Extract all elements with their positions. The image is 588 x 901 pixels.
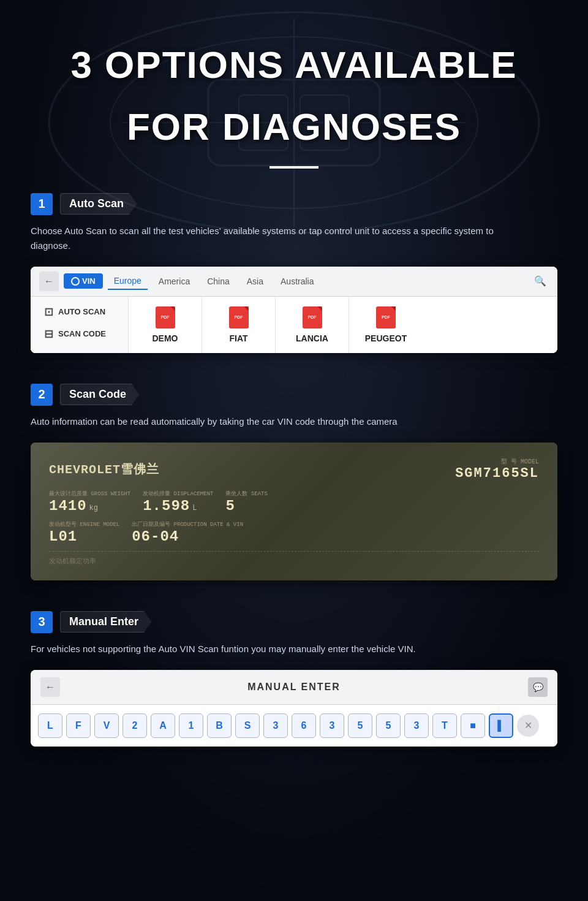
vin-char-0[interactable]: L — [38, 713, 62, 738]
peugeot-brand-name: PEUGEOT — [365, 333, 407, 343]
vin-char-11[interactable]: 5 — [348, 713, 372, 738]
vin-char-1[interactable]: F — [66, 713, 91, 738]
plate-prod-value: 06-04 — [132, 528, 243, 545]
scan-code-menu-item[interactable]: ⊟ SCAN CODE — [40, 325, 118, 343]
section2-label: Scan Code — [60, 384, 139, 405]
peugeot-pdf-icon: PDF — [376, 306, 396, 329]
tab-america[interactable]: America — [153, 273, 196, 289]
plate-engine-model-value: L01 — [49, 528, 119, 545]
vin-char-7[interactable]: S — [235, 713, 260, 738]
vin-plate-container: CHEVROLET雪佛兰 型 号 MODEL SGM7165SL 最大设计总质量… — [31, 443, 557, 580]
vin-char-3[interactable]: 2 — [123, 713, 147, 738]
section3-header: 3 Manual Enter — [31, 611, 557, 633]
brand-lancia[interactable]: PDF LANCIA — [276, 297, 349, 353]
vin-content-row: ⊡ AUTO SCAN ⊟ SCAN CODE PDF DEMO PDF FIA… — [31, 297, 557, 353]
manual-enter-title: MANUAL ENTER — [60, 682, 528, 693]
plate-seats-label: 乘坐人数 SEATS — [225, 490, 267, 498]
manual-enter-card: ← MANUAL ENTER 💬 LFV2A1BS363553T■▌✕ — [31, 670, 557, 747]
plate-prod-label: 出厂日期及编号 PRODUCTION DATE & VIN — [132, 520, 243, 528]
manual-back-button[interactable]: ← — [40, 677, 60, 697]
plate-weight-value: 1410 — [49, 498, 87, 514]
fiat-pdf-icon: PDF — [229, 306, 249, 329]
section2-header: 2 Scan Code — [31, 384, 557, 406]
vin-char-13[interactable]: 3 — [404, 713, 429, 738]
plate-weight-field: 最大设计总质量 GROSS WEIGHT 1410 kg — [49, 490, 130, 514]
plate-row-1: 最大设计总质量 GROSS WEIGHT 1410 kg 发动机排量 DISPL… — [49, 490, 539, 514]
vin-char-15[interactable]: ■ — [461, 713, 485, 738]
vin-char-9[interactable]: 6 — [292, 713, 316, 738]
vin-back-button[interactable]: ← — [39, 272, 59, 291]
page-title-line1: 3 OPTIONS AVAILABLE — [31, 31, 557, 93]
plate-model-label: 型 号 MODEL — [501, 457, 539, 466]
vin-tab-bar: ← VIN Europe America China Asia Australi… — [31, 267, 557, 297]
tab-asia[interactable]: Asia — [241, 273, 270, 289]
plate-disp-unit: L — [192, 504, 197, 512]
tab-australia[interactable]: Australia — [274, 273, 320, 289]
plate-engine-model-field: 发动机型号 ENGINE MODEL L01 — [49, 520, 119, 545]
vin-char-2[interactable]: V — [94, 713, 119, 738]
section2-description: Auto information can be read automatical… — [31, 414, 533, 429]
plate-bottom-text: 发动机额定功率 — [49, 551, 539, 566]
vin-chars-row: LFV2A1BS363553T■▌✕ — [31, 705, 557, 747]
vin-menu-column: ⊡ AUTO SCAN ⊟ SCAN CODE — [31, 297, 129, 353]
vin-char-4[interactable]: A — [151, 713, 175, 738]
vin-ui-card: ← VIN Europe America China Asia Australi… — [31, 267, 557, 353]
vin-char-12[interactable]: 5 — [376, 713, 401, 738]
plate-disp-label: 发动机排量 DISPLACEMENT — [143, 490, 213, 498]
section2-number: 2 — [31, 384, 53, 406]
lancia-brand-name: LANCIA — [296, 333, 328, 343]
vin-badge[interactable]: VIN — [64, 273, 103, 289]
auto-scan-menu-item[interactable]: ⊡ AUTO SCAN — [40, 303, 118, 321]
auto-scan-label: AUTO SCAN — [58, 307, 105, 316]
plate-weight-label: 最大设计总质量 GROSS WEIGHT — [49, 490, 130, 498]
fiat-brand-name: FIAT — [229, 333, 247, 343]
demo-brand-name: DEMO — [153, 333, 178, 343]
vin-char-5[interactable]: 1 — [179, 713, 203, 738]
plate-seats-field: 乘坐人数 SEATS 5 — [225, 490, 267, 514]
page-title-line2: FOR DIAGNOSES — [31, 93, 557, 154]
vin-char-14[interactable]: T — [432, 713, 457, 738]
section1-number: 1 — [31, 193, 53, 215]
section3-description: For vehicles not supporting the Auto VIN… — [31, 642, 533, 656]
plate-seats-value: 5 — [225, 498, 267, 514]
brand-fiat[interactable]: PDF FIAT — [202, 297, 276, 353]
plate-prod-field: 出厂日期及编号 PRODUCTION DATE & VIN 06-04 — [132, 520, 243, 545]
plate-disp-field: 发动机排量 DISPLACEMENT 1.598 L — [143, 490, 213, 514]
lancia-pdf-icon: PDF — [303, 306, 322, 329]
scan-code-icon: ⊟ — [44, 327, 53, 341]
scan-code-label: SCAN CODE — [58, 329, 106, 338]
manual-chat-button[interactable]: 💬 — [528, 677, 548, 697]
vin-char-10[interactable]: 3 — [320, 713, 344, 738]
section1-header: 1 Auto Scan — [31, 193, 557, 215]
plate-model-value: SGM7165SL — [455, 466, 539, 481]
auto-scan-icon: ⊡ — [44, 305, 53, 319]
brand-peugeot[interactable]: PDF PEUGEOT — [349, 297, 423, 353]
manual-enter-header: ← MANUAL ENTER 💬 — [31, 670, 557, 705]
section1-label: Auto Scan — [60, 193, 137, 215]
vin-char-6[interactable]: B — [207, 713, 232, 738]
section1-description: Choose Auto Scan to scan all the test ve… — [31, 224, 533, 253]
section3-label: Manual Enter — [60, 611, 151, 633]
vin-signal-icon — [71, 277, 80, 286]
vin-delete-button[interactable]: ✕ — [517, 715, 539, 737]
vin-char-8[interactable]: 3 — [263, 713, 288, 738]
plate-header: CHEVROLET雪佛兰 型 号 MODEL SGM7165SL — [49, 457, 539, 481]
plate-engine-model-label: 发动机型号 ENGINE MODEL — [49, 520, 119, 528]
tab-europe[interactable]: Europe — [108, 273, 148, 290]
vin-plate: CHEVROLET雪佛兰 型 号 MODEL SGM7165SL 最大设计总质量… — [31, 443, 557, 580]
plate-brand: CHEVROLET雪佛兰 — [49, 461, 159, 477]
plate-row-2: 发动机型号 ENGINE MODEL L01 出厂日期及编号 PRODUCTIO… — [49, 520, 539, 545]
vin-char-16[interactable]: ▌ — [489, 713, 513, 738]
section3-number: 3 — [31, 611, 53, 633]
tab-china[interactable]: China — [201, 273, 236, 289]
title-divider — [270, 166, 318, 169]
demo-pdf-icon: PDF — [156, 306, 175, 329]
brand-grid: PDF DEMO PDF FIAT PDF LANCIA PDF PEUGEOT — [129, 297, 557, 353]
plate-disp-value: 1.598 — [143, 498, 190, 514]
vin-search-button[interactable]: 🔍 — [532, 273, 549, 290]
plate-weight-unit: kg — [89, 504, 98, 512]
brand-demo[interactable]: PDF DEMO — [129, 297, 202, 353]
